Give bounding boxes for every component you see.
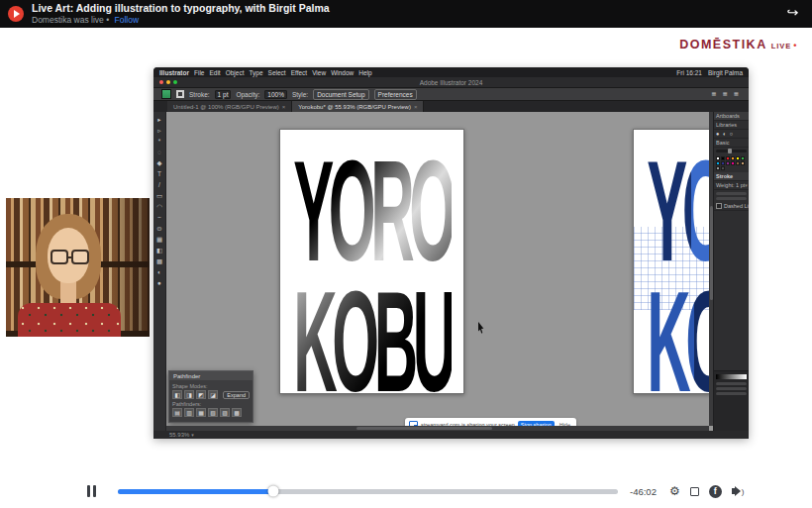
panel-bar-1[interactable] bbox=[716, 382, 747, 385]
facebook-logo-icon[interactable]: f bbox=[709, 485, 722, 498]
pathfinder-title[interactable]: Pathfinder bbox=[169, 371, 253, 380]
panel-tab-libraries[interactable]: Libraries bbox=[714, 121, 749, 130]
menu-item-select[interactable]: Select bbox=[268, 69, 286, 76]
document-tab-2[interactable]: Yorokobu* @ 55.93% (RGB/GPU Preview) × bbox=[292, 101, 424, 112]
canvas[interactable]: YORO KOBU YORO KOBU Pathfinder Shape Mod… bbox=[166, 112, 714, 431]
swatch-10[interactable] bbox=[736, 161, 740, 165]
type-tool[interactable]: T bbox=[153, 169, 165, 179]
menu-item-object[interactable]: Object bbox=[226, 69, 245, 76]
lasso-tool[interactable]: ◌ bbox=[153, 148, 165, 157]
facebook-header: Live Art: Adding illustration to typogra… bbox=[0, 0, 812, 28]
rotate-tool[interactable]: ⊙ bbox=[153, 224, 165, 234]
selection-tool[interactable]: ▸ bbox=[153, 115, 165, 125]
tab-1-close-icon[interactable]: × bbox=[282, 104, 286, 110]
swatch-3[interactable] bbox=[731, 156, 735, 160]
swatch-12[interactable] bbox=[716, 166, 720, 170]
pathfinder-button-3[interactable]: ▧ bbox=[208, 408, 218, 417]
gradient-preview[interactable] bbox=[716, 374, 747, 379]
brush-basic-label[interactable]: Basic bbox=[714, 139, 749, 148]
follow-link[interactable]: Follow bbox=[114, 15, 139, 25]
document-setup-button[interactable]: Document Setup bbox=[313, 89, 368, 100]
pencil-tool[interactable]: ~ bbox=[153, 213, 165, 223]
zoom-dropdown-icon[interactable] bbox=[191, 432, 194, 438]
shape-mode-button-2[interactable]: ◩ bbox=[196, 390, 206, 399]
menu-item-edit[interactable]: Edit bbox=[209, 69, 220, 76]
pathfinder-button-5[interactable]: ▩ bbox=[232, 408, 242, 417]
tab-2-close-icon[interactable]: × bbox=[414, 104, 418, 110]
menu-item-view[interactable]: View bbox=[312, 69, 326, 76]
swatch-5[interactable] bbox=[741, 156, 745, 160]
menubar-user[interactable]: Birgit Palma bbox=[708, 69, 743, 76]
artboard-1[interactable]: YORO KOBU bbox=[279, 129, 464, 394]
swatch-7[interactable] bbox=[721, 161, 725, 165]
pathfinder-button-4[interactable]: ▨ bbox=[220, 408, 230, 417]
stroke-weight-input[interactable]: 1 pt bbox=[215, 90, 232, 99]
line-segment-tool[interactable]: / bbox=[153, 180, 165, 190]
pause-button[interactable] bbox=[87, 485, 96, 497]
stroke-panel-title[interactable]: Stroke bbox=[714, 172, 749, 181]
scale-tool[interactable]: ▦ bbox=[153, 235, 165, 245]
paintbrush-tool[interactable]: ◠ bbox=[153, 202, 165, 212]
swatch-6[interactable] bbox=[716, 161, 720, 165]
document-tab-1[interactable]: Untitled-1 @ 100% (RGB/GPU Preview) × bbox=[167, 101, 292, 112]
menu-item-type[interactable]: Type bbox=[249, 69, 262, 76]
mesh-tool[interactable]: ▩ bbox=[153, 256, 165, 266]
right-panel-dock: Artboards Libraries ● ◐ ○ Basic Stroke W… bbox=[713, 112, 749, 431]
minimize-window-button[interactable] bbox=[166, 80, 170, 84]
swatch-13[interactable] bbox=[721, 166, 725, 170]
dashed-line-checkbox[interactable] bbox=[716, 203, 722, 209]
swatch-8[interactable] bbox=[726, 161, 730, 165]
brush-shape-icons[interactable]: ● ◐ ○ bbox=[714, 130, 749, 139]
magic-wand-tool[interactable]: * bbox=[153, 137, 165, 147]
brush-size-slider[interactable] bbox=[716, 150, 747, 152]
menu-item-help[interactable]: Help bbox=[358, 69, 371, 76]
channel-name[interactable]: Domestika was live bbox=[32, 15, 104, 25]
direct-selection-tool[interactable]: ▹ bbox=[153, 126, 165, 136]
panel-bar-2[interactable] bbox=[716, 387, 747, 390]
pathfinder-button-0[interactable]: ▤ bbox=[172, 408, 182, 417]
artboard-2[interactable]: YORO KOBU bbox=[633, 129, 714, 394]
shape-mode-button-3[interactable]: ◪ bbox=[208, 390, 218, 399]
presenter-shirt bbox=[18, 303, 121, 337]
menu-item-window[interactable]: Window bbox=[331, 69, 354, 76]
shape-mode-button-1[interactable]: ◨ bbox=[184, 390, 194, 399]
fullscreen-icon[interactable] bbox=[690, 487, 699, 496]
menu-item-file[interactable]: File bbox=[194, 69, 204, 76]
weight-value[interactable]: 1 pt bbox=[736, 182, 748, 188]
swatch-4[interactable] bbox=[736, 156, 740, 160]
align-icons[interactable] bbox=[711, 90, 741, 98]
share-icon[interactable]: ↪ bbox=[787, 5, 799, 20]
stroke-color-swatch[interactable] bbox=[176, 90, 184, 98]
shape-mode-button-0[interactable]: ◧ bbox=[172, 390, 182, 399]
window-titlebar[interactable]: Adobe Illustrator 2024 bbox=[153, 77, 749, 87]
menu-item-effect[interactable]: Effect bbox=[291, 69, 308, 76]
gradient-tool[interactable]: ◧ bbox=[153, 246, 165, 255]
rectangle-tool[interactable]: ▭ bbox=[153, 191, 165, 201]
progress-bar[interactable] bbox=[118, 489, 618, 494]
swatch-2[interactable] bbox=[726, 156, 730, 160]
opacity-input[interactable]: 100% bbox=[264, 90, 287, 99]
zoom-tool[interactable]: ● bbox=[153, 278, 165, 288]
expand-button[interactable]: Expand bbox=[223, 391, 250, 399]
swatch-1[interactable] bbox=[721, 156, 725, 160]
swatch-9[interactable] bbox=[731, 161, 735, 165]
panel-tab-artboards[interactable]: Artboards bbox=[714, 112, 749, 121]
menu-item-illustrator[interactable]: Illustrator bbox=[159, 69, 189, 76]
pathfinder-button-1[interactable]: ▥ bbox=[184, 408, 194, 417]
settings-gear-icon[interactable]: ⚙ bbox=[669, 485, 680, 497]
pathfinder-button-2[interactable]: ▦ bbox=[196, 408, 206, 417]
close-window-button[interactable] bbox=[159, 80, 163, 84]
progress-handle[interactable] bbox=[267, 486, 278, 497]
pen-tool[interactable]: ◆ bbox=[153, 158, 165, 168]
blend-tool[interactable]: ◐ bbox=[153, 267, 165, 277]
fill-color-swatch[interactable] bbox=[161, 89, 171, 99]
zoom-level[interactable]: 55.93% bbox=[169, 432, 189, 438]
swatch-11[interactable] bbox=[741, 161, 745, 165]
swatch-0[interactable] bbox=[716, 156, 720, 160]
stroke-option-bar-1[interactable] bbox=[716, 192, 747, 195]
zoom-window-button[interactable] bbox=[173, 80, 177, 84]
panel-bar-3[interactable] bbox=[716, 392, 747, 395]
volume-icon[interactable]: ) bbox=[732, 486, 745, 496]
preferences-button[interactable]: Preferences bbox=[374, 89, 417, 100]
stroke-option-bar-2[interactable] bbox=[716, 197, 747, 200]
